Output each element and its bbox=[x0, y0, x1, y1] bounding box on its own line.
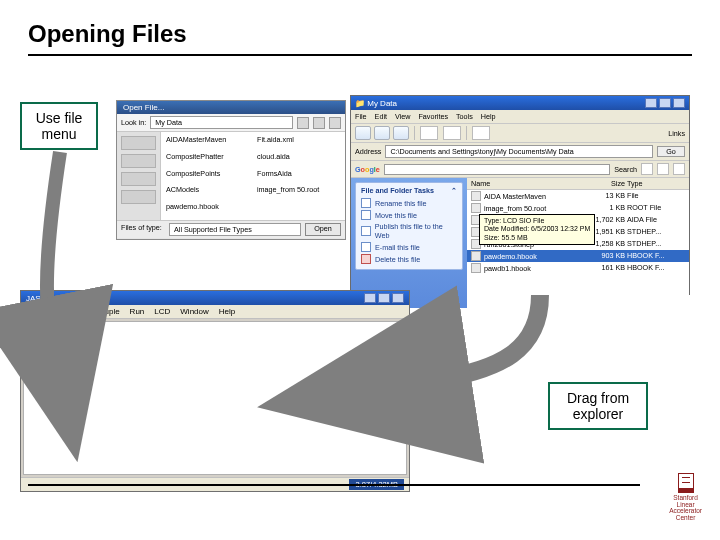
task-email[interactable]: E-mail this file bbox=[361, 242, 457, 252]
place-item[interactable] bbox=[121, 172, 156, 186]
minimize-button[interactable] bbox=[645, 98, 657, 108]
open-file-item[interactable]: CompositePhatter bbox=[166, 152, 249, 167]
logo-icon bbox=[678, 473, 694, 493]
menu-run[interactable]: Run bbox=[130, 307, 145, 316]
slide-title: Opening Files bbox=[28, 20, 692, 48]
col-type[interactable]: Type bbox=[627, 179, 685, 188]
open-file-item[interactable]: pawdemo.hbook bbox=[166, 202, 249, 217]
file-row[interactable]: pawdemo.hbook903 KBHBOOK F... bbox=[467, 250, 689, 262]
stanford-logo: Stanford Linear Accelerator Center bbox=[669, 473, 702, 522]
go-button[interactable]: Go bbox=[657, 146, 685, 157]
open-dialog-title: Open File... bbox=[117, 101, 345, 114]
google-search-input[interactable] bbox=[384, 164, 610, 175]
title-rule bbox=[28, 54, 692, 56]
place-item[interactable] bbox=[121, 136, 156, 150]
jas3-title: JAS3 bbox=[26, 294, 45, 303]
explorer-toolbar: Links bbox=[351, 124, 689, 143]
task-move[interactable]: Move this file bbox=[361, 210, 457, 220]
delete-icon bbox=[361, 254, 371, 264]
menu-tuple[interactable]: Tuple bbox=[100, 307, 120, 316]
explorer-menu-bar: File Edit View Favorites Tools Help bbox=[351, 110, 689, 124]
menu-favorites[interactable]: Favorites bbox=[418, 112, 448, 121]
links-label: Links bbox=[668, 129, 685, 138]
place-item[interactable] bbox=[121, 154, 156, 168]
tasks-header: File and Folder Tasks bbox=[361, 186, 434, 195]
filetype-combo[interactable]: All Supported File Types bbox=[169, 223, 301, 236]
menu-edit[interactable]: Edit bbox=[49, 307, 63, 316]
file-row[interactable]: image_from 50.root1 KBROOT File bbox=[467, 202, 689, 214]
email-icon bbox=[361, 242, 371, 252]
menu-help[interactable]: Help bbox=[219, 307, 235, 316]
look-in-combo[interactable]: My Data bbox=[150, 116, 293, 129]
close-button[interactable] bbox=[392, 293, 404, 303]
open-file-item[interactable]: cloud.aida bbox=[257, 152, 340, 167]
forward-button[interactable] bbox=[374, 126, 390, 140]
open-places-bar bbox=[117, 132, 161, 220]
file-row[interactable]: AIDA MasterMaven13 KBFile bbox=[467, 190, 689, 202]
open-file-item[interactable]: FormsAida bbox=[257, 169, 340, 184]
folders-button[interactable] bbox=[443, 126, 461, 140]
rename-icon bbox=[361, 198, 371, 208]
address-field[interactable]: C:\Documents and Settings\tonyj\My Docum… bbox=[385, 145, 653, 158]
google-search-button[interactable]: Search bbox=[614, 165, 637, 174]
footer-rule bbox=[28, 484, 640, 486]
collapse-icon[interactable]: ⌃ bbox=[451, 186, 457, 195]
file-icon bbox=[471, 203, 481, 213]
open-file-item[interactable]: ACModels bbox=[166, 185, 249, 200]
menu-view[interactable]: View bbox=[73, 307, 90, 316]
menu-edit[interactable]: Edit bbox=[375, 112, 387, 121]
explorer-window: 📁 My Data File Edit View Favorites Tools… bbox=[350, 95, 690, 295]
google-logo: Google bbox=[355, 165, 380, 174]
callout-use-file-menu: Use file menu bbox=[20, 102, 98, 150]
place-item[interactable] bbox=[121, 190, 156, 204]
task-rename[interactable]: Rename this file bbox=[361, 198, 457, 208]
file-icon bbox=[471, 263, 481, 273]
open-button[interactable]: Open bbox=[305, 223, 341, 236]
up-button[interactable] bbox=[393, 126, 409, 140]
move-icon bbox=[361, 210, 371, 220]
jas3-menu-bar: File Edit View Tuple Run LCD Window Help bbox=[21, 305, 409, 319]
file-icon bbox=[471, 251, 481, 261]
search-button[interactable] bbox=[420, 126, 438, 140]
close-button[interactable] bbox=[673, 98, 685, 108]
explorer-tasks-pane: File and Folder Tasks ⌃ Rename this file… bbox=[351, 178, 467, 308]
menu-help[interactable]: Help bbox=[481, 112, 496, 121]
menu-window[interactable]: Window bbox=[180, 307, 208, 316]
file-row[interactable]: pawdb1.hbook161 KBHBOOK F... bbox=[467, 262, 689, 274]
up-folder-icon[interactable] bbox=[297, 117, 309, 129]
col-size[interactable]: Size bbox=[583, 179, 625, 188]
menu-tools[interactable]: Tools bbox=[456, 112, 473, 121]
jas3-window: JAS3 File Edit View Tuple Run LCD Window… bbox=[20, 290, 410, 492]
open-file-item[interactable]: Fit.aida.xml bbox=[257, 135, 340, 150]
menu-file[interactable]: File bbox=[355, 112, 367, 121]
open-file-dialog: Open File... Look in: My Data AIDAMaster… bbox=[116, 100, 346, 240]
menu-lcd[interactable]: LCD bbox=[154, 307, 170, 316]
google-toolbar-icon[interactable] bbox=[641, 163, 653, 175]
explorer-file-list[interactable]: Name Size Type AIDA MasterMaven13 KBFile… bbox=[467, 178, 689, 308]
open-file-list[interactable]: AIDAMasterMaven Fit.aida.xml CompositePh… bbox=[161, 132, 345, 220]
maximize-button[interactable] bbox=[659, 98, 671, 108]
callout-drag-from-explorer: Drag from explorer bbox=[548, 382, 648, 430]
publish-icon bbox=[361, 226, 371, 236]
google-toolbar-icon[interactable] bbox=[673, 163, 685, 175]
view-menu-icon[interactable] bbox=[329, 117, 341, 129]
col-name[interactable]: Name bbox=[471, 179, 581, 188]
google-toolbar-icon[interactable] bbox=[657, 163, 669, 175]
address-label: Address bbox=[355, 147, 381, 156]
minimize-button[interactable] bbox=[364, 293, 376, 303]
open-file-item[interactable]: CompositePoints bbox=[166, 169, 249, 184]
new-folder-icon[interactable] bbox=[313, 117, 325, 129]
file-tooltip: Type: LCD SIO File Date Modified: 6/5/20… bbox=[479, 214, 595, 245]
filetype-label: Files of type: bbox=[121, 223, 165, 236]
open-file-item[interactable]: AIDAMasterMaven bbox=[166, 135, 249, 150]
file-icon bbox=[471, 191, 481, 201]
open-file-item[interactable]: image_from 50.root bbox=[257, 185, 340, 200]
task-publish[interactable]: Publish this file to the Web bbox=[361, 222, 457, 240]
back-button[interactable] bbox=[355, 126, 371, 140]
task-delete[interactable]: Delete this file bbox=[361, 254, 457, 264]
views-button[interactable] bbox=[472, 126, 490, 140]
maximize-button[interactable] bbox=[378, 293, 390, 303]
jas3-content-area[interactable] bbox=[23, 321, 407, 475]
menu-file[interactable]: File bbox=[26, 307, 39, 316]
menu-view[interactable]: View bbox=[395, 112, 410, 121]
